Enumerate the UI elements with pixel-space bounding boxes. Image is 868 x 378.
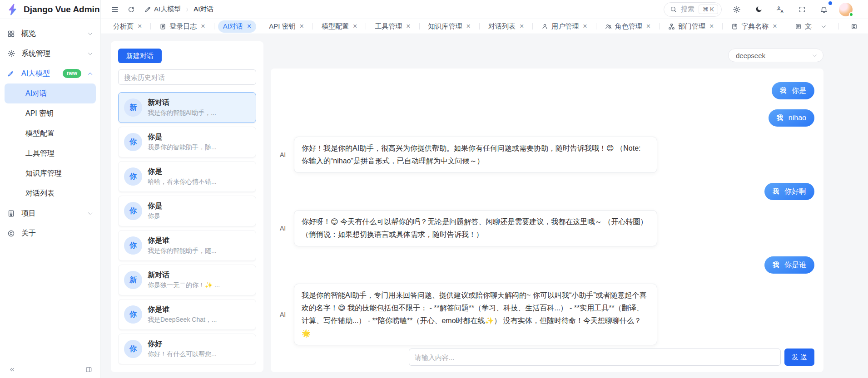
tab-close-icon[interactable]: × <box>709 23 714 30</box>
conversation-search-input[interactable] <box>118 69 256 85</box>
user-message-row: 我你好啊 <box>280 183 814 200</box>
conversation-item[interactable]: 你你是我是你的智能助手，随... <box>118 127 256 157</box>
user-avatar[interactable] <box>839 3 853 16</box>
tab-label: 字典名称 <box>741 22 769 31</box>
tab-close-icon[interactable]: × <box>201 23 205 30</box>
sidebar-subitem-模型配置[interactable]: 模型配置 <box>5 123 96 143</box>
tab-close-icon[interactable]: × <box>138 23 142 30</box>
tab-知识库管理[interactable]: 知识库管理× <box>423 20 476 33</box>
tab-文档[interactable]: 文档× <box>790 20 812 33</box>
conversation-item[interactable]: 新新对话我是你的智能AI助手，... <box>118 92 256 123</box>
tab-对话列表[interactable]: 对话列表× <box>483 20 529 33</box>
divider <box>150 23 151 29</box>
tab-部门管理[interactable]: 部门管理× <box>663 20 719 33</box>
tab-close-icon[interactable]: × <box>353 23 357 30</box>
conversation-item[interactable]: 你你好你好！有什么可以帮您... <box>118 334 256 364</box>
conversation-item[interactable]: 你你是哈哈，看来你心情不错... <box>118 161 256 192</box>
user-message-bubble: 我你好啊 <box>764 183 814 200</box>
tab-登录日志[interactable]: 登录日志× <box>154 20 210 33</box>
sidebar-item-system[interactable]: 系统管理 <box>0 44 100 64</box>
tab-close-icon[interactable]: × <box>583 23 587 30</box>
chat-card: 我你是我nihaoAI你好！我是你的AI助手，很高兴为你提供帮助。如果你有任何问… <box>271 69 823 372</box>
wand-icon <box>144 6 151 13</box>
conversation-item[interactable]: 新新对话你是独一无二的你！✨ ... <box>118 265 256 295</box>
conversation-list: 新新对话我是你的智能AI助手，...你你是我是你的智能助手，随...你你是哈哈，… <box>118 92 256 365</box>
sidebar-subitem-对话列表[interactable]: 对话列表 <box>5 183 96 203</box>
tab-用户管理[interactable]: 用户管理× <box>536 20 592 33</box>
breadcrumb-item-page[interactable]: AI对话 <box>193 5 213 14</box>
notification-dot <box>828 1 832 5</box>
conversation-item[interactable]: 你你是谁我是你的智能助手，随... <box>118 230 256 261</box>
sidebar-item-label: 概览 <box>21 29 36 39</box>
tab-close-icon[interactable]: × <box>247 23 251 30</box>
tab-AI对话[interactable]: AI对话× <box>218 20 257 33</box>
app-title: Django Vue Admin <box>24 5 99 15</box>
tab-label: 工具管理 <box>375 22 402 31</box>
panel-layout-icon[interactable] <box>83 364 94 375</box>
sidebar-subitem-AI对话[interactable]: AI对话 <box>5 83 96 103</box>
tab-工具管理[interactable]: 工具管理× <box>370 20 415 33</box>
tab-close-icon[interactable]: × <box>520 23 524 30</box>
sidebar-subitem-API 密钥[interactable]: API 密钥 <box>5 103 96 123</box>
collapse-menu-icon[interactable] <box>108 3 122 16</box>
conversation-preview: 你是 <box>148 212 250 221</box>
dark-mode-moon-icon[interactable] <box>752 3 765 16</box>
chat-column: deepseek 我你是我nihaoAI你好！我是你的AI助手，很高兴为你提供帮… <box>271 41 823 372</box>
refresh-icon[interactable] <box>124 3 138 16</box>
divider <box>419 23 420 29</box>
user-message-sender: 我 <box>780 87 786 95</box>
ai-message-bubble: 你好！我是你的AI助手，很高兴为你提供帮助。如果你有任何问题或需要协助，随时告诉… <box>294 137 657 173</box>
notifications-bell-icon[interactable] <box>817 3 831 16</box>
sidebar-item-overview[interactable]: 概览 <box>0 24 100 44</box>
breadcrumb-label: AI大模型 <box>154 5 181 14</box>
ai-message-sender: AI <box>280 225 290 232</box>
settings-gear-icon[interactable] <box>730 3 744 16</box>
translate-icon[interactable]: 文A <box>774 3 787 16</box>
tab-close-icon[interactable]: × <box>773 23 777 30</box>
new-chat-button[interactable]: 新建对话 <box>118 49 162 63</box>
ai-message-row: AI你好！我是你的AI助手，很高兴为你提供帮助。如果你有任何问题或需要协助，随时… <box>280 137 814 173</box>
model-select[interactable]: deepseek <box>728 49 823 62</box>
tab-close-icon[interactable]: × <box>406 23 410 30</box>
chat-message-input[interactable] <box>409 349 781 366</box>
conversation-avatar: 新 <box>124 271 142 289</box>
topbar-main: AI大模型 AI对话 搜索 ⌘ K 文A <box>101 2 868 17</box>
tab-分析页[interactable]: 分析页× <box>108 20 147 33</box>
fullscreen-icon[interactable] <box>795 3 809 16</box>
sidebar-subitem-label: AI对话 <box>25 89 47 98</box>
user-message-bubble: 我你是谁 <box>764 256 814 274</box>
tab-close-icon[interactable]: × <box>466 23 471 30</box>
conversation-item[interactable]: 你你是谁我是DeepSeek Chat，... <box>118 299 256 330</box>
tab-close-icon[interactable]: × <box>300 23 304 30</box>
search-shortcut: ⌘ K <box>699 5 718 14</box>
tab-字典名称[interactable]: 字典名称× <box>726 20 782 33</box>
tab-角色管理[interactable]: 角色管理× <box>600 20 655 33</box>
breadcrumb-item-module[interactable]: AI大模型 <box>144 5 181 14</box>
topbar: Django Vue Admin AI大模型 AI对话 搜索 ⌘ K <box>0 0 868 19</box>
tab-模型配置[interactable]: 模型配置× <box>317 20 362 33</box>
copyright-icon <box>7 230 15 237</box>
user-message-sender: 我 <box>773 187 779 196</box>
file-text-icon <box>159 23 166 30</box>
sidebar-item-ai-models[interactable]: AI大模型 new <box>0 64 100 83</box>
chevron-down-icon <box>812 53 818 59</box>
conversation-info: 你是谁我是DeepSeek Chat，... <box>148 305 250 324</box>
sidebar-subitem-知识库管理[interactable]: 知识库管理 <box>5 163 96 183</box>
sidebar-item-projects[interactable]: 项目 <box>0 203 100 223</box>
tab-close-icon[interactable]: × <box>646 23 650 30</box>
sidebar-item-about[interactable]: 关于 <box>0 223 100 243</box>
conversation-item[interactable]: 你你是你是 <box>118 196 256 226</box>
tab-API 密钥[interactable]: API 密钥× <box>264 20 309 33</box>
grid-icon <box>7 30 15 38</box>
send-button[interactable]: 发 送 <box>784 349 814 366</box>
collapse-sidebar-icon[interactable] <box>6 364 17 375</box>
sidebar-item-label: 项目 <box>21 209 36 218</box>
user-message-text: nihao <box>789 114 806 122</box>
divider <box>722 23 723 29</box>
global-search[interactable]: 搜索 ⌘ K <box>664 2 722 17</box>
conversation-preview: 我是DeepSeek Chat，... <box>148 316 250 324</box>
tabs-maximize-icon[interactable] <box>847 20 861 33</box>
building-icon <box>7 210 15 217</box>
tabs-chevron-down-icon[interactable] <box>817 20 830 33</box>
sidebar-subitem-工具管理[interactable]: 工具管理 <box>5 143 96 163</box>
